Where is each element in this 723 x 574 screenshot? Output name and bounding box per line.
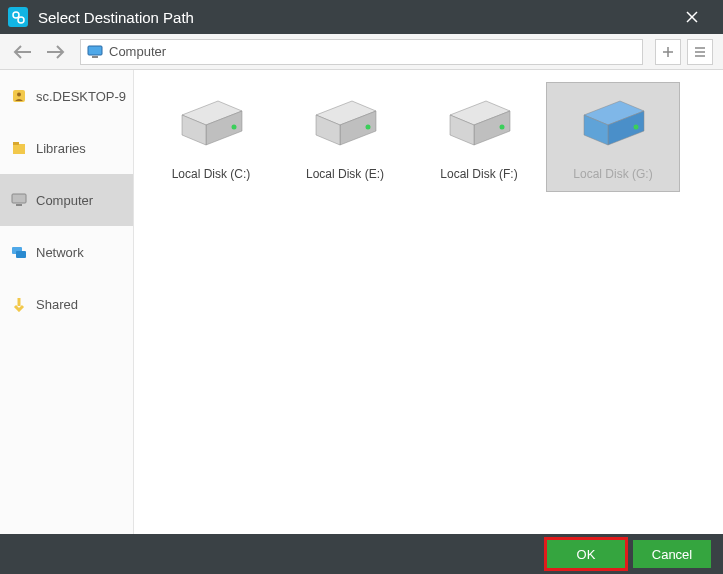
network-icon — [10, 243, 28, 261]
svg-rect-17 — [12, 194, 26, 203]
user-icon — [10, 87, 28, 105]
disk-label: Local Disk (E:) — [306, 167, 384, 181]
shared-icon — [10, 295, 28, 313]
sidebar-item-user[interactable]: sc.DESKTOP-9 — [0, 70, 133, 122]
sidebar-item-label: Network — [36, 245, 84, 260]
disk-item[interactable]: Local Disk (G:) — [546, 82, 680, 192]
disk-icon — [306, 89, 384, 161]
disk-label: Local Disk (F:) — [440, 167, 517, 181]
svg-point-14 — [17, 93, 21, 97]
svg-rect-16 — [13, 142, 19, 145]
app-icon — [8, 7, 28, 27]
svg-point-24 — [232, 125, 237, 130]
disk-label: Local Disk (G:) — [573, 167, 652, 181]
sidebar-item-label: sc.DESKTOP-9 — [36, 89, 126, 104]
cancel-button[interactable]: Cancel — [633, 540, 711, 568]
main-pane: Local Disk (C:)Local Disk (E:)Local Disk… — [134, 70, 723, 534]
ok-label: OK — [577, 547, 596, 562]
svg-rect-6 — [88, 46, 102, 55]
svg-point-32 — [500, 125, 505, 130]
svg-point-36 — [634, 125, 639, 130]
view-list-button[interactable] — [687, 39, 713, 65]
sidebar: sc.DESKTOP-9LibrariesComputerNetworkShar… — [0, 70, 134, 534]
computer-icon — [10, 191, 28, 209]
cancel-label: Cancel — [652, 547, 692, 562]
disk-label: Local Disk (C:) — [172, 167, 251, 181]
titlebar: Select Destination Path — [0, 0, 723, 34]
sidebar-item-libraries[interactable]: Libraries — [0, 122, 133, 174]
close-icon[interactable] — [685, 10, 715, 24]
svg-point-0 — [13, 12, 19, 18]
disk-icon — [440, 89, 518, 161]
svg-rect-18 — [16, 204, 22, 206]
sidebar-item-label: Shared — [36, 297, 78, 312]
ok-button[interactable]: OK — [547, 540, 625, 568]
window-title: Select Destination Path — [38, 9, 194, 26]
sidebar-item-label: Computer — [36, 193, 93, 208]
disk-item[interactable]: Local Disk (C:) — [144, 82, 278, 192]
libraries-icon — [10, 139, 28, 157]
path-input[interactable]: Computer — [80, 39, 643, 65]
sidebar-item-network[interactable]: Network — [0, 226, 133, 278]
nav-back-button[interactable] — [10, 39, 36, 65]
new-folder-button[interactable] — [655, 39, 681, 65]
svg-point-28 — [366, 125, 371, 130]
footer: OK Cancel — [0, 534, 723, 574]
disk-icon — [172, 89, 250, 161]
toolbar: Computer — [0, 34, 723, 70]
sidebar-item-label: Libraries — [36, 141, 86, 156]
path-text: Computer — [109, 44, 166, 59]
svg-point-1 — [18, 17, 24, 23]
sidebar-item-shared[interactable]: Shared — [0, 278, 133, 330]
sidebar-item-computer[interactable]: Computer — [0, 174, 133, 226]
disk-item[interactable]: Local Disk (E:) — [278, 82, 412, 192]
svg-rect-15 — [13, 144, 25, 154]
computer-icon — [87, 45, 103, 59]
disk-item[interactable]: Local Disk (F:) — [412, 82, 546, 192]
nav-forward-button[interactable] — [42, 39, 68, 65]
svg-rect-20 — [16, 251, 26, 258]
svg-rect-7 — [92, 56, 98, 58]
disk-icon — [574, 89, 652, 161]
